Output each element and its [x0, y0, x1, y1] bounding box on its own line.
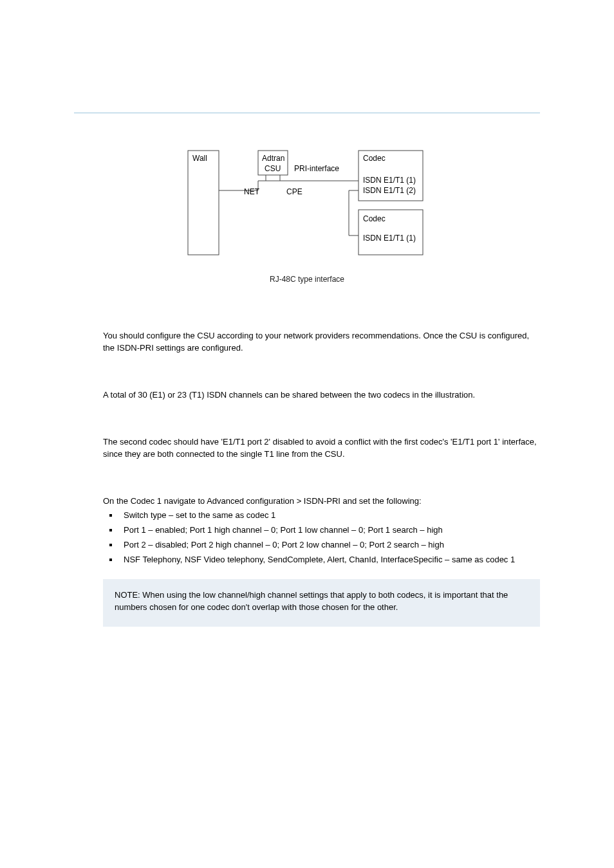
paragraph-3: The second codec should have 'E1/T1 port…	[103, 436, 540, 461]
note-box: NOTE: When using the low channel/high ch…	[103, 579, 540, 627]
settings-list: Switch type – set to the same as codec 1…	[103, 510, 540, 566]
codec2-line1: ISDN E1/T1 (1)	[363, 234, 416, 243]
pri-interface-label: PRI-interface	[294, 164, 339, 173]
adtran-label-2: CSU	[265, 164, 281, 173]
paragraph-1: You should configure the CSU according t…	[103, 330, 540, 355]
list-item: NSF Telephony, NSF Video telephony, Send…	[103, 554, 540, 566]
cpe-label: CPE	[286, 187, 302, 196]
svg-rect-0	[188, 151, 219, 255]
paragraph-4: On the Codec 1 navigate to Advanced conf…	[103, 495, 540, 508]
interface-diagram-svg: Wall Adtran CSU PRI-interface NET CPE Co…	[185, 145, 429, 268]
diagram-caption: RJ-48C type interface	[74, 274, 540, 285]
net-label: NET	[244, 187, 260, 196]
wall-label: Wall	[192, 154, 207, 163]
adtran-label-1: Adtran	[262, 154, 284, 163]
codec1-line2: ISDN E1/T1 (2)	[363, 186, 416, 195]
list-item: Port 2 – disabled; Port 2 high channel –…	[103, 539, 540, 551]
list-item: Port 1 – enabled; Port 1 high channel – …	[103, 524, 540, 537]
codec2-title: Codec	[363, 214, 386, 223]
paragraph-2: A total of 30 (E1) or 23 (T1) ISDN chann…	[103, 389, 540, 402]
codec1-title: Codec	[363, 154, 386, 163]
codec1-line1: ISDN E1/T1 (1)	[363, 176, 416, 185]
diagram: Wall Adtran CSU PRI-interface NET CPE Co…	[74, 145, 540, 268]
list-item: Switch type – set to the same as codec 1	[103, 510, 540, 522]
divider	[74, 113, 540, 113]
